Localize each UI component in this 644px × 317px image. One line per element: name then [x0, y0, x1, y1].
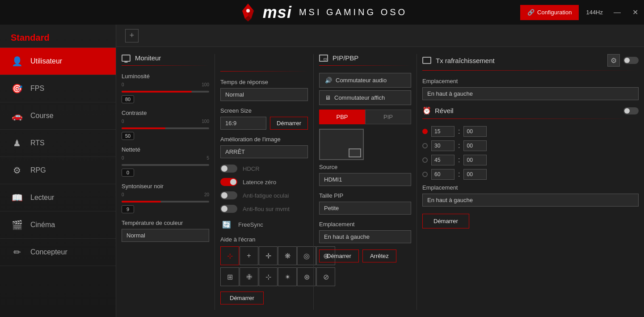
commutateur-audio-button[interactable]: 🔊 Commutateur audio	[319, 73, 411, 88]
refresh-demarrer-button[interactable]: Démarrer	[422, 214, 469, 228]
taille-select-wrapper[interactable]: Petite Moyenne Grande	[319, 202, 411, 215]
sub-header: +	[116, 25, 644, 47]
sidebar-item-rpg[interactable]: ⚙ RPG	[0, 157, 116, 184]
nettete-label: Netteté	[122, 146, 209, 153]
amelioration-select[interactable]: ARRÊT Niveau 1 Niveau 2 Niveau 3	[220, 145, 308, 158]
alarm2-radio[interactable]	[422, 143, 428, 148]
alarm4-radio[interactable]	[422, 172, 428, 177]
moniteur-panel: Moniteur Luminosité 0 100 80 Contraste 0…	[116, 47, 215, 317]
sidebar-item-cinema[interactable]: 🎬 Cinéma	[0, 211, 116, 239]
crosshair-2[interactable]: +	[240, 246, 258, 265]
refresh-title: Tx rafraîchissement	[436, 57, 495, 64]
nettete-min: 0	[122, 156, 124, 161]
source-select[interactable]: HDMI1 HDMI2 DisplayPort	[319, 173, 411, 186]
syntoniseur-value: 9	[122, 205, 134, 213]
luminosite-track[interactable]	[122, 91, 209, 93]
refresh-emplacement-select-wrapper[interactable]: En haut à gauche En haut à droite En bas…	[422, 87, 639, 100]
alarm2-min-select[interactable]: 001530	[463, 140, 487, 151]
syntoniseur-track[interactable]	[122, 201, 209, 203]
refresh-toggle[interactable]	[623, 57, 639, 64]
sidebar-item-course[interactable]: 🚗 Course	[0, 102, 116, 130]
source-label: Source	[319, 164, 411, 170]
close-button[interactable]: ✕	[626, 5, 644, 20]
crosshair-grid: ⊹ + ✛ ❋ ◎ ⊕ ⊞ ✙ ⊹ ✴ ⊛ ⊘	[220, 246, 308, 286]
config-button[interactable]: 🔗 Configuration	[520, 5, 579, 20]
crosshair-9[interactable]: ⊹	[259, 267, 278, 286]
sidebar-item-concepteur[interactable]: ✏ Concepteur	[0, 239, 116, 266]
contraste-range: 0 100	[122, 119, 209, 124]
commutateur-affich-button[interactable]: 🖥 Commutateur affich	[319, 90, 411, 105]
reveil-toggle-thumb	[624, 108, 630, 114]
luminosite-range: 0 100	[122, 82, 209, 87]
nettete-value: 0	[122, 169, 134, 177]
sidebar-item-fps[interactable]: 🎯 FPS	[0, 75, 116, 102]
add-profile-button[interactable]: +	[125, 29, 139, 42]
title-bar-controls: 🔗 Configuration 144Hz — ✕	[520, 0, 644, 25]
alarm4-min-select[interactable]: 00	[463, 169, 487, 180]
crosshair-1[interactable]: ⊹	[220, 246, 239, 265]
latence-toggle[interactable]	[220, 178, 237, 186]
pip-arreter-button[interactable]: Arrêtez	[362, 249, 396, 262]
refresh-gear-button[interactable]: ⚙	[607, 54, 620, 67]
alarm-row-2: 3031 : 001530	[422, 140, 639, 151]
crosshair-4[interactable]: ❋	[278, 246, 297, 265]
pip-title: PIP/PBP	[333, 54, 358, 62]
sidebar-label-rpg: RPG	[30, 166, 46, 174]
reveil-title: Réveil	[435, 107, 454, 114]
alarm1-min-select[interactable]: 00153045	[463, 126, 487, 137]
temperature-select-wrapper[interactable]: Normal Chaud Froid Personnalisé	[122, 229, 209, 242]
pip-demarrer-button[interactable]: Démarrer	[319, 249, 359, 262]
alarm3-radio[interactable]	[422, 157, 428, 163]
pbp-tab[interactable]: PBP	[319, 110, 365, 124]
temps-select-wrapper[interactable]: Normal Rapide Très rapide	[220, 88, 308, 101]
crosshair-3[interactable]: ✛	[259, 246, 278, 265]
alarm2-hour-select[interactable]: 3031	[431, 140, 455, 151]
hdcr-toggle[interactable]	[220, 165, 237, 173]
latence-thumb	[230, 179, 236, 185]
source-select-wrapper[interactable]: HDMI1 HDMI2 DisplayPort	[319, 173, 411, 186]
antiflou-toggle[interactable]	[220, 205, 237, 213]
alarm1-hour-select[interactable]: 151617	[431, 126, 455, 137]
freesync-icon[interactable]: 🔄	[220, 218, 233, 231]
refresh-emplacement-select[interactable]: En haut à gauche En haut à droite En bas…	[422, 87, 639, 100]
crosshair-8[interactable]: ✙	[240, 267, 258, 286]
temps-select[interactable]: Normal Rapide Très rapide	[220, 88, 308, 101]
sidebar-label-rts: RTS	[30, 139, 45, 147]
crosshair-7[interactable]: ⊞	[220, 267, 239, 286]
amelioration-select-wrapper[interactable]: ARRÊT Niveau 1 Niveau 2 Niveau 3	[220, 145, 308, 158]
screen-size-demarrer-button[interactable]: Démarrer	[270, 117, 308, 130]
moniteur-divider	[122, 65, 209, 66]
taille-select[interactable]: Petite Moyenne Grande	[319, 202, 411, 215]
pip-emplacement-select[interactable]: En haut à gauche En haut à droite En bas…	[319, 230, 411, 243]
nettete-track[interactable]	[122, 164, 209, 166]
toggles-group: HDCR Latence zéro Anti-fatigue oculai	[220, 165, 308, 231]
screen-size-control: Screen Size 16:9 4:3 Auto Démarrer	[220, 107, 308, 130]
alarm3-hour-select[interactable]: 4546	[431, 155, 455, 165]
freesync-row: 🔄 FreeSync	[220, 218, 308, 231]
antifatigue-row: Anti-fatigue oculai	[220, 191, 308, 199]
temperature-select[interactable]: Normal Chaud Froid Personnalisé	[122, 229, 209, 242]
refresh-divider	[422, 70, 639, 71]
sidebar-item-rts[interactable]: ♟ RTS	[0, 130, 116, 157]
contraste-track[interactable]	[122, 127, 209, 129]
screen-size-select-wrapper[interactable]: 16:9 4:3 Auto	[220, 117, 266, 130]
crosshair-10[interactable]: ✴	[278, 267, 297, 286]
temps-label: Temps de réponse	[220, 79, 308, 85]
sidebar-item-utilisateur[interactable]: 👤 Utilisateur	[0, 48, 116, 75]
minimize-button[interactable]: —	[608, 5, 626, 20]
alarm4-hour-select[interactable]: 60	[431, 169, 455, 180]
antifatigue-toggle[interactable]	[220, 191, 237, 199]
pip-emplacement-select-wrapper[interactable]: En haut à gauche En haut à droite En bas…	[319, 230, 411, 243]
emplacement2-select[interactable]: En haut à gauche En haut à droite En bas…	[422, 194, 639, 207]
refresh-toggle-thumb	[624, 58, 630, 63]
alarm1-radio[interactable]	[422, 129, 428, 134]
aide-demarrer-button[interactable]: Démarrer	[220, 292, 264, 304]
screen-size-row: 16:9 4:3 Auto Démarrer	[220, 117, 308, 130]
pip-tab[interactable]: PIP	[365, 110, 411, 124]
sidebar-item-lecteur[interactable]: 📖 Lecteur	[0, 184, 116, 211]
contraste-label: Contraste	[122, 110, 209, 116]
alarm3-min-select[interactable]: 0015	[463, 155, 487, 165]
screen-size-select[interactable]: 16:9 4:3 Auto	[220, 117, 266, 130]
reveil-toggle[interactable]	[623, 107, 639, 114]
emplacement2-select-wrapper[interactable]: En haut à gauche En haut à droite En bas…	[422, 194, 639, 207]
